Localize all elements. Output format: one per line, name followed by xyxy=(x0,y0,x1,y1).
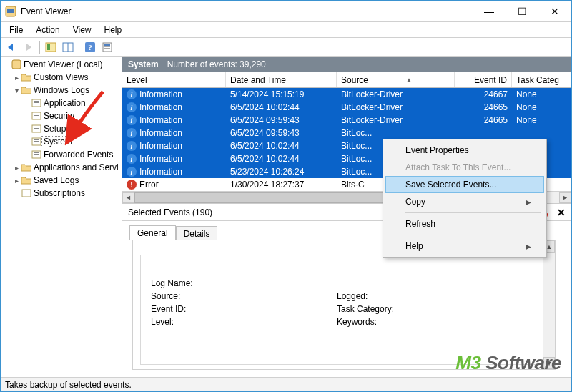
tree-windows-logs[interactable]: ▾Windows Logs xyxy=(12,84,120,97)
tree-saved-logs[interactable]: ▸Saved Logs xyxy=(12,174,120,187)
cell-eventid: 24665 xyxy=(455,102,512,112)
ctx-copy[interactable]: Copy▶ xyxy=(385,193,544,210)
tree-apps-services[interactable]: ▸Applications and Servi xyxy=(12,161,120,174)
details-vscroll[interactable]: ▲ ▼ xyxy=(543,240,555,369)
tree-custom-views[interactable]: ▸Custom Views xyxy=(12,71,120,84)
cell-eventid: 24665 xyxy=(455,115,512,125)
cell-datetime: 6/5/2024 09:59:43 xyxy=(226,115,337,125)
svg-rect-30 xyxy=(34,154,39,155)
svg-rect-31 xyxy=(22,190,31,197)
log-icon xyxy=(31,112,42,120)
tree-pane: Event Viewer (Local) ▸Custom Views ▾Wind… xyxy=(1,57,122,377)
cell-level: Information xyxy=(139,102,182,112)
info-icon: i xyxy=(127,102,137,112)
tree-root[interactable]: Event Viewer (Local) xyxy=(2,58,120,71)
help-button[interactable]: ? xyxy=(82,39,98,55)
svg-rect-15 xyxy=(12,60,21,69)
toolbar: ? xyxy=(1,38,571,57)
titlebar: Event Viewer — ☐ ✕ xyxy=(1,1,571,22)
cell-level: Information xyxy=(139,154,182,164)
folder-open-icon xyxy=(21,86,32,94)
svg-rect-13 xyxy=(104,46,110,47)
info-icon: i xyxy=(127,141,137,151)
ctx-refresh[interactable]: Refresh xyxy=(385,215,544,232)
info-icon: i xyxy=(127,167,137,177)
cell-taskcat: None xyxy=(512,89,571,99)
cell-source: BitLoc... xyxy=(337,128,455,138)
maximize-button[interactable]: ☐ xyxy=(506,1,538,21)
info-icon: i xyxy=(127,89,137,99)
event-row[interactable]: iInformation5/14/2024 15:15:19BitLocker-… xyxy=(122,88,571,101)
svg-rect-21 xyxy=(34,115,39,116)
submenu-arrow-icon: ▶ xyxy=(526,242,531,250)
menu-file[interactable]: File xyxy=(4,24,29,36)
info-icon: i xyxy=(127,115,137,125)
pane-title: System Number of events: 39,290 xyxy=(122,57,571,72)
svg-rect-27 xyxy=(34,141,39,142)
panels-button[interactable] xyxy=(60,39,76,55)
event-row[interactable]: iInformation6/5/2024 09:59:43BitLocker-D… xyxy=(122,114,571,127)
cell-datetime: 6/5/2024 10:02:44 xyxy=(226,141,337,151)
svg-rect-29 xyxy=(34,152,39,153)
cell-datetime: 6/5/2024 09:59:43 xyxy=(226,128,337,138)
label-task-cat: Task Category: xyxy=(337,304,415,314)
log-icon xyxy=(31,137,42,146)
tree-security[interactable]: Security xyxy=(22,109,120,122)
ctx-save-selected-events[interactable]: Save Selected Events... xyxy=(385,176,544,193)
watermark: M3 Software xyxy=(455,352,561,374)
svg-rect-17 xyxy=(34,101,39,102)
close-button[interactable]: ✕ xyxy=(538,1,571,21)
cell-level: Information xyxy=(139,141,182,151)
svg-marker-4 xyxy=(26,44,31,51)
tree-subscriptions[interactable]: Subscriptions xyxy=(12,187,120,200)
col-datetime[interactable]: Date and Time xyxy=(226,72,337,87)
col-taskcat[interactable]: Task Categ xyxy=(512,72,571,87)
menu-help[interactable]: Help xyxy=(99,24,128,36)
svg-rect-23 xyxy=(34,127,39,127)
folder-icon xyxy=(21,163,32,172)
ctx-help[interactable]: Help▶ xyxy=(385,237,544,255)
col-source[interactable]: Source▲ xyxy=(337,72,455,87)
cell-datetime: 1/30/2024 18:27:37 xyxy=(226,180,337,190)
cell-source: BitLocker-Driver xyxy=(337,89,455,99)
label-source: Source: xyxy=(151,291,215,301)
properties-button[interactable] xyxy=(99,39,115,55)
watermark-m3: M3 xyxy=(455,352,480,373)
cell-eventid: 24667 xyxy=(455,89,512,99)
menu-view[interactable]: View xyxy=(67,24,97,36)
context-menu: Event PropertiesAttach Task To This Even… xyxy=(383,139,547,258)
tab-details[interactable]: Details xyxy=(176,226,218,241)
pane-close-button[interactable]: ✕ xyxy=(557,207,566,218)
tree-forwarded[interactable]: Forwarded Events xyxy=(22,148,120,161)
tree-system[interactable]: System xyxy=(22,135,120,148)
event-viewer-window: Event Viewer — ☐ ✕ File Action View Help… xyxy=(0,0,572,392)
svg-marker-3 xyxy=(8,44,13,51)
hscroll-right[interactable]: ► xyxy=(559,192,571,203)
event-row[interactable]: iInformation6/5/2024 10:02:44BitLocker-D… xyxy=(122,101,571,114)
back-button[interactable] xyxy=(4,39,19,55)
event-row[interactable]: iInformation6/5/2024 09:59:43BitLoc... xyxy=(122,127,571,139)
tree-application[interactable]: Application xyxy=(22,97,120,109)
hscroll-left[interactable]: ◄ xyxy=(122,192,134,203)
log-icon xyxy=(31,99,42,107)
list-header: Level Date and Time Source▲ Event ID Tas… xyxy=(122,72,571,88)
svg-rect-26 xyxy=(34,139,39,140)
info-icon: i xyxy=(127,154,137,164)
label-level: Level: xyxy=(151,317,215,327)
col-level[interactable]: Level xyxy=(122,72,226,87)
menu-action[interactable]: Action xyxy=(30,24,65,36)
tab-general[interactable]: General xyxy=(129,225,176,240)
ctx-event-properties[interactable]: Event Properties xyxy=(385,142,544,159)
show-tree-button[interactable] xyxy=(43,39,59,55)
svg-rect-18 xyxy=(34,102,39,103)
svg-rect-14 xyxy=(104,48,110,49)
sort-caret-icon: ▲ xyxy=(406,77,412,83)
col-eventid[interactable]: Event ID xyxy=(455,72,512,87)
svg-rect-6 xyxy=(47,44,50,50)
minimize-button[interactable]: — xyxy=(473,1,506,21)
cell-datetime: 6/5/2024 10:02:44 xyxy=(226,154,337,164)
statusbar: Takes backup of selected events. xyxy=(1,377,571,391)
tree-setup[interactable]: Setup xyxy=(22,122,120,135)
svg-rect-2 xyxy=(7,11,14,13)
forward-button[interactable] xyxy=(21,39,36,55)
